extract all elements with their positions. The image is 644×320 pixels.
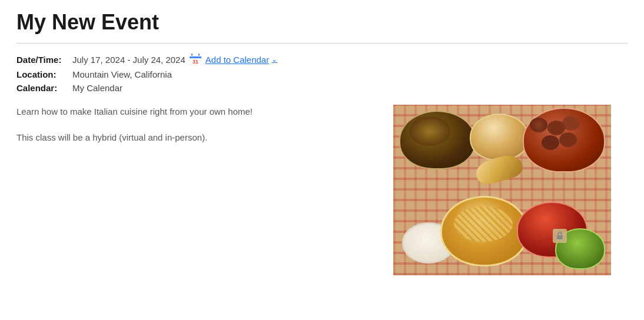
food-bowl-main	[440, 196, 529, 266]
add-to-calendar-button[interactable]: Add to Calendar ⌄	[205, 55, 277, 65]
svg-text:31: 31	[192, 59, 198, 65]
google-calendar-icon: 31	[189, 53, 202, 66]
page-title: My New Event	[16, 9, 628, 35]
svg-rect-5	[557, 235, 563, 239]
event-image	[393, 105, 611, 275]
location-value: Mountain View, California	[72, 69, 172, 79]
calendar-value: My Calendar	[72, 83, 122, 93]
text-content: Learn how to make Italian cuisine right …	[16, 105, 370, 275]
meta-section: Date/Time: July 17, 2024 - July 24, 2024…	[16, 53, 628, 93]
food-bowl-2	[470, 114, 529, 161]
calendar-row: Calendar: My Calendar	[16, 83, 628, 93]
description-para-1: Learn how to make Italian cuisine right …	[16, 105, 370, 119]
calendar-label: Calendar:	[16, 83, 72, 93]
food-bowl-1	[399, 111, 476, 169]
datetime-label: Date/Time:	[16, 55, 72, 65]
description-para-2: This class will be a hybrid (virtual and…	[16, 131, 370, 145]
food-bowl-3	[523, 108, 605, 172]
chevron-down-icon: ⌄	[271, 55, 277, 64]
svg-rect-1	[190, 56, 201, 58]
location-row: Location: Mountain View, California	[16, 69, 628, 79]
title-divider	[16, 43, 628, 44]
datetime-value: July 17, 2024 - July 24, 2024	[72, 55, 185, 65]
food-bread	[473, 152, 525, 187]
datetime-row: Date/Time: July 17, 2024 - July 24, 2024…	[16, 53, 628, 66]
location-label: Location:	[16, 69, 72, 79]
food-image-placeholder	[393, 105, 611, 275]
svg-rect-3	[198, 54, 200, 56]
add-to-calendar-label: Add to Calendar	[205, 55, 269, 65]
svg-rect-2	[191, 54, 192, 56]
page-container: My New Event Date/Time: July 17, 2024 - …	[0, 0, 644, 292]
lock-icon	[553, 229, 567, 243]
content-section: Learn how to make Italian cuisine right …	[16, 105, 628, 275]
